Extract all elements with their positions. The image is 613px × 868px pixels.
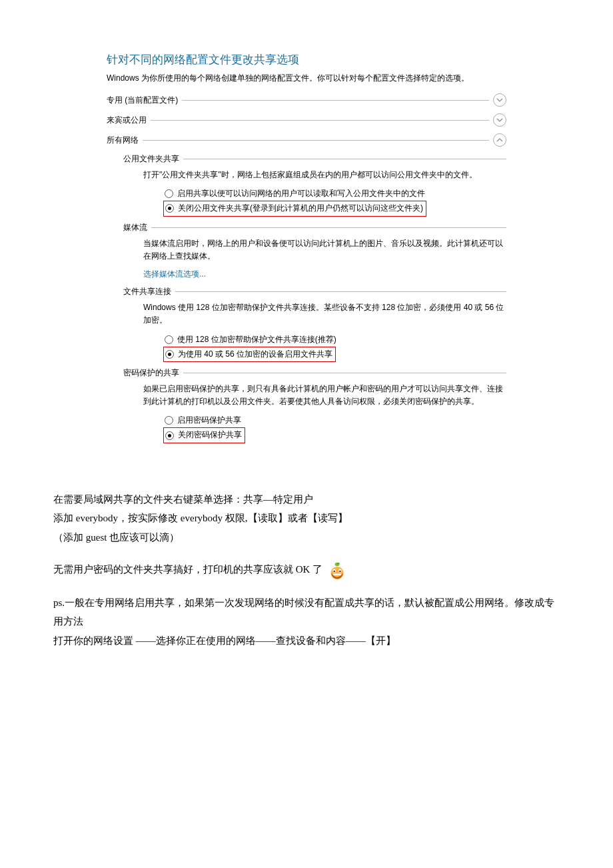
chevron-up-icon[interactable] [493,133,506,147]
divider [183,373,506,373]
divider [175,291,506,292]
article-line: 打开你的网络设置 ——选择你正在使用的网络——查找设备和内容——【开】 [53,631,560,651]
radio-checked-icon [165,350,174,359]
article-line: ps.一般在专用网络启用共享，如果第一次发现网络的时候没有配置成共享的话，默认被… [53,593,560,631]
svg-point-5 [339,571,340,572]
public-folder-section: 公用文件夹共享 打开"公用文件夹共享"时，网络上包括家庭组成员在内的用户都可以访… [123,153,506,217]
file-conn-section: 文件共享连接 Windows 使用 128 位加密帮助保护文件共享连接。某些设备… [123,286,506,362]
highlight-box: 为使用 40 或 56 位加密的设备启用文件共享 [163,347,336,362]
article-line: 无需用户密码的文件夹共享搞好，打印机的共享应该就 OK 了 [53,560,560,580]
laughing-emoji-icon [328,561,346,580]
radio-unchecked-icon [165,335,173,344]
media-section: 媒体流 当媒体流启用时，网络上的用户和设备便可以访问此计算机上的图片、音乐以及视… [123,222,506,281]
password-heading: 密码保护的共享 [123,367,179,379]
radio-label: 为使用 40 或 56 位加密的设备启用文件共享 [178,348,332,361]
divider [151,120,489,121]
radio-label: 关闭密码保护共享 [178,429,242,441]
public-folder-enable-radio[interactable]: 启用共享以便可以访问网络的用户可以读取和写入公用文件夹中的文件 [163,187,506,201]
page-title: 针对不同的网络配置文件更改共享选项 [107,52,506,67]
profile-guest-row[interactable]: 来宾或公用 [107,113,506,127]
page-description: Windows 为你所使用的每个网络创建单独的网络配置文件。你可以针对每个配置文… [107,73,506,84]
public-folder-desc: 打开"公用文件夹共享"时，网络上包括家庭组成员在内的用户都可以访问公用文件夹中的… [143,169,506,181]
profile-all-row[interactable]: 所有网络 [107,133,506,147]
chevron-down-icon[interactable] [493,113,506,127]
divider [182,100,489,101]
radio-label: 关闭公用文件夹共享(登录到此计算机的用户仍然可以访问这些文件夹) [178,202,423,215]
article-line: 在需要局域网共享的文件夹右键菜单选择：共享—特定用户 [53,490,560,509]
svg-point-4 [333,571,334,572]
profile-private-row[interactable]: 专用 (当前配置文件) [107,93,506,107]
media-desc: 当媒体流启用时，网络上的用户和设备便可以访问此计算机上的图片、音乐以及视频。此计… [143,237,506,263]
article-body: 在需要局域网共享的文件夹右键菜单选择：共享—特定用户 添加 everybody，… [53,490,560,651]
file-conn-heading: 文件共享连接 [123,286,171,297]
radio-label: 启用共享以便可以访问网络的用户可以读取和写入公用文件夹中的文件 [177,187,425,200]
media-heading: 媒体流 [123,222,147,233]
divider [143,140,489,141]
radio-checked-icon [165,204,174,213]
profile-guest-label: 来宾或公用 [107,115,147,126]
file-conn-desc: Windows 使用 128 位加密帮助保护文件共享连接。某些设备不支持 128… [143,301,506,327]
article-line: （添加 guest 也应该可以滴） [53,528,560,547]
highlight-box: 关闭公用文件夹共享(登录到此计算机的用户仍然可以访问这些文件夹) [163,201,426,216]
settings-screenshot: 针对不同的网络配置文件更改共享选项 Windows 为你所使用的每个网络创建单独… [107,52,506,443]
article-line: 添加 everybody，按实际修改 everybody 权限,【读取】或者【读… [53,509,560,528]
public-folder-disable-radio[interactable]: 关闭公用文件夹共享(登录到此计算机的用户仍然可以访问这些文件夹) [164,201,424,215]
media-options-link[interactable]: 选择媒体流选项... [143,269,206,279]
file-conn-40-56-radio[interactable]: 为使用 40 或 56 位加密的设备启用文件共享 [164,347,334,361]
divider [151,227,506,228]
profile-all-label: 所有网络 [107,135,139,146]
radio-unchecked-icon [165,416,173,425]
radio-label: 启用密码保护共享 [177,414,241,427]
chevron-down-icon[interactable] [493,93,506,107]
profile-private-label: 专用 (当前配置文件) [107,95,178,106]
file-conn-128-radio[interactable]: 使用 128 位加密帮助保护文件共享连接(推荐) [163,333,506,347]
password-disable-radio[interactable]: 关闭密码保护共享 [164,428,243,442]
password-section: 密码保护的共享 如果已启用密码保护的共享，则只有具备此计算机的用户帐户和密码的用… [123,367,506,443]
password-enable-radio[interactable]: 启用密码保护共享 [163,413,506,427]
public-folder-heading: 公用文件夹共享 [123,153,179,165]
radio-checked-icon [165,431,174,440]
radio-label: 使用 128 位加密帮助保护文件共享连接(推荐) [177,333,336,346]
article-text: 无需用户密码的文件夹共享搞好，打印机的共享应该就 OK 了 [53,564,322,575]
divider [183,159,506,159]
password-desc: 如果已启用密码保护的共享，则只有具备此计算机的用户帐户和密码的用户才可以访问共享… [143,383,506,408]
radio-unchecked-icon [165,189,173,198]
highlight-box: 关闭密码保护共享 [163,427,245,443]
svg-rect-6 [333,573,341,575]
